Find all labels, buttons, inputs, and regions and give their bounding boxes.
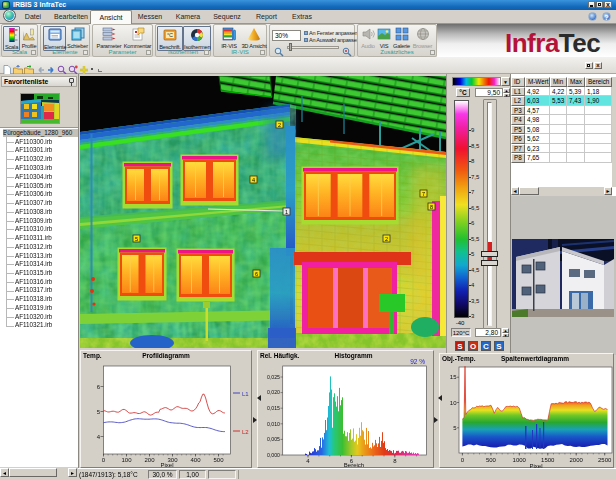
svg-text:7: 7: [422, 191, 425, 197]
svg-text:8: 8: [393, 458, 397, 464]
svg-text:Pixel: Pixel: [160, 462, 173, 467]
svg-text:2000: 2000: [570, 457, 584, 463]
svg-text:92 %: 92 %: [410, 358, 425, 365]
svg-text:6: 6: [97, 384, 101, 390]
svg-text:500: 500: [213, 457, 224, 463]
svg-text:6: 6: [255, 271, 258, 277]
svg-text:5: 5: [135, 236, 138, 242]
svg-text:L2: L2: [242, 429, 249, 435]
svg-text:5: 5: [453, 425, 457, 431]
svg-text:0,005: 0,005: [267, 436, 280, 442]
svg-text:0,000: 0,000: [267, 452, 280, 458]
svg-text:1: 1: [285, 209, 288, 215]
svg-text:L1: L1: [242, 391, 249, 397]
svg-text:8: 8: [430, 204, 433, 210]
svg-text:100: 100: [121, 457, 132, 463]
svg-text:2: 2: [385, 236, 388, 242]
svg-text:5: 5: [97, 409, 101, 415]
svg-text:Bereich: Bereich: [344, 462, 364, 467]
svg-text:4: 4: [252, 177, 255, 183]
svg-text:1000: 1000: [513, 457, 527, 463]
svg-text:500: 500: [486, 457, 497, 463]
svg-text:0: 0: [102, 457, 106, 463]
svg-text:1500: 1500: [541, 457, 555, 463]
svg-text:0,015: 0,015: [267, 405, 280, 411]
svg-text:4: 4: [306, 458, 310, 464]
svg-text:0: 0: [461, 457, 465, 463]
svg-text:0,010: 0,010: [267, 421, 280, 427]
svg-text:15: 15: [450, 374, 457, 380]
svg-text:°C: °C: [167, 32, 173, 38]
svg-text:0,020: 0,020: [267, 389, 280, 395]
svg-text:4: 4: [97, 434, 101, 440]
svg-text:10: 10: [450, 400, 457, 406]
svg-text:0,025: 0,025: [267, 374, 280, 380]
svg-text:2500: 2500: [598, 457, 612, 463]
svg-text:200: 200: [144, 457, 155, 463]
svg-text:2: 2: [278, 122, 281, 128]
svg-text:400: 400: [190, 457, 201, 463]
